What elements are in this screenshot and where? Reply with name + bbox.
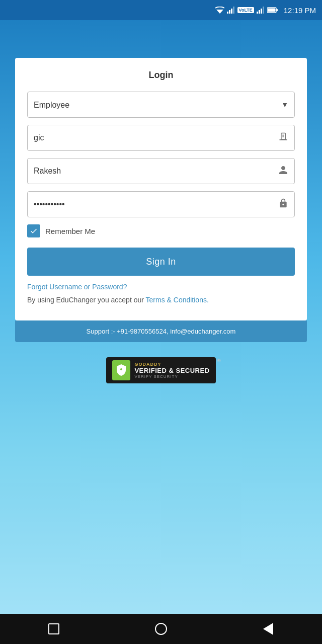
- password-input-wrapper[interactable]: [27, 191, 295, 217]
- svg-rect-5: [257, 12, 258, 14]
- svg-rect-10: [276, 9, 278, 11]
- godaddy-shield-icon: [112, 360, 130, 380]
- shield-lock-icon: [116, 364, 127, 377]
- lock-icon: [278, 198, 288, 211]
- square-icon: [48, 623, 59, 634]
- signal-icon: [227, 7, 235, 14]
- signal2-icon: [257, 7, 265, 14]
- status-bar: VoLTE 12:19 PM: [0, 0, 322, 20]
- company-icon: [278, 132, 288, 144]
- remember-me-row[interactable]: Remember Me: [27, 224, 295, 237]
- password-input[interactable]: [34, 192, 274, 217]
- status-icons: VoLTE 12:19 PM: [215, 6, 316, 15]
- bottom-nav: [0, 614, 322, 644]
- checkmark-icon: [30, 227, 38, 235]
- home-icon: [155, 623, 167, 635]
- svg-rect-11: [268, 9, 275, 12]
- svg-rect-2: [229, 10, 230, 14]
- svg-rect-4: [233, 7, 234, 14]
- status-time: 12:19 PM: [284, 6, 316, 15]
- select-arrow-icon: ▼: [281, 101, 288, 109]
- svg-rect-3: [231, 9, 232, 14]
- godaddy-badge[interactable]: GODADDY VERIFIED & SECURED VERIFY SECURI…: [0, 357, 322, 383]
- svg-rect-6: [259, 10, 260, 14]
- login-card: Login Employee Admin Teacher Student ▼: [15, 58, 307, 320]
- svg-marker-0: [216, 10, 223, 14]
- terms-prefix: By using EduChanger you accept our: [27, 296, 146, 304]
- battery-icon: [267, 7, 278, 14]
- support-text: Support :- +91-9870556524, info@educhang…: [23, 328, 299, 335]
- volte-badge: VoLTE: [237, 7, 254, 13]
- role-select[interactable]: Employee Admin Teacher Student: [34, 92, 281, 117]
- svg-rect-1: [227, 12, 228, 14]
- user-icon: [278, 165, 288, 178]
- wifi-icon: [215, 7, 224, 14]
- nav-home-button[interactable]: [153, 621, 169, 636]
- role-select-wrapper[interactable]: Employee Admin Teacher Student ▼: [27, 92, 295, 118]
- company-input-wrapper[interactable]: [27, 125, 295, 151]
- godaddy-top-text: GODADDY: [134, 362, 209, 367]
- godaddy-text-block: GODADDY VERIFIED & SECURED VERIFY SECURI…: [134, 362, 209, 379]
- remember-me-label: Remember Me: [45, 227, 95, 235]
- nav-recent-button[interactable]: [46, 621, 61, 636]
- support-bar: Support :- +91-9870556524, info@educhang…: [15, 320, 307, 342]
- terms-text: By using EduChanger you accept our Terms…: [27, 295, 295, 305]
- godaddy-box[interactable]: GODADDY VERIFIED & SECURED VERIFY SECURI…: [106, 357, 215, 383]
- sign-in-button[interactable]: Sign In: [27, 248, 295, 276]
- svg-rect-8: [263, 7, 264, 14]
- back-icon: [263, 623, 273, 635]
- nav-back-button[interactable]: [261, 621, 276, 636]
- username-input[interactable]: [34, 158, 274, 184]
- login-title: Login: [27, 70, 295, 80]
- remember-me-checkbox[interactable]: [27, 224, 40, 237]
- terms-link[interactable]: Terms & Conditions.: [146, 296, 209, 304]
- godaddy-sub-text: VERIFY SECURITY: [134, 374, 209, 379]
- username-input-wrapper[interactable]: [27, 158, 295, 184]
- registered-icon: ®: [217, 358, 221, 363]
- svg-rect-7: [261, 9, 262, 14]
- godaddy-main-text: VERIFIED & SECURED: [134, 367, 209, 374]
- forgot-link[interactable]: Forgot Username or Password?: [27, 283, 295, 291]
- company-input[interactable]: [34, 125, 274, 150]
